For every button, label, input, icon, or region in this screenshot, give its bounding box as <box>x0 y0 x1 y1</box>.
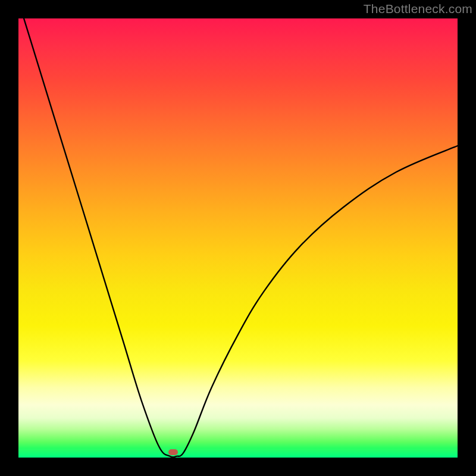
bottleneck-curve <box>18 18 458 458</box>
watermark-text: TheBottleneck.com <box>364 2 472 16</box>
plot-area <box>18 18 458 458</box>
optimal-point-marker <box>168 449 178 455</box>
chart-frame: TheBottleneck.com <box>0 0 476 476</box>
